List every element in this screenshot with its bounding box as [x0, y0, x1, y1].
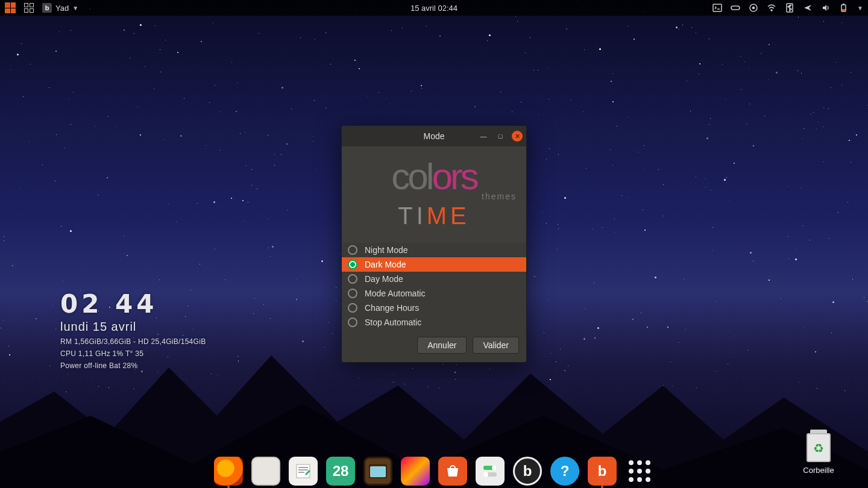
volume-icon[interactable] — [821, 3, 831, 13]
svg-rect-9 — [297, 465, 310, 478]
battery-icon[interactable] — [839, 3, 849, 13]
svg-point-3 — [753, 7, 755, 9]
ok-button[interactable]: Valider — [473, 337, 519, 354]
svg-point-15 — [483, 472, 488, 477]
radio-icon — [348, 289, 357, 298]
conky-date: lundi 15 avril — [60, 320, 206, 334]
dock-software[interactable] — [438, 457, 467, 486]
dock-b-orange[interactable]: b — [588, 457, 617, 486]
mode-option-label: Change Hours — [365, 303, 419, 313]
radio-icon — [348, 318, 357, 327]
svg-point-4 — [771, 10, 772, 11]
mode-option-label: Night Mode — [365, 245, 408, 255]
minimize-button[interactable]: — — [478, 131, 489, 142]
svg-rect-0 — [713, 4, 722, 11]
mode-option-2[interactable]: Day Mode — [342, 272, 526, 286]
dock-tweaks[interactable] — [476, 457, 505, 486]
conky-time: 02 44 — [60, 289, 206, 319]
dock-b-app[interactable]: b — [513, 457, 542, 486]
active-app-name: Yad — [55, 4, 69, 13]
distro-logo-icon[interactable] — [5, 2, 16, 13]
dock-text-editor[interactable] — [289, 457, 318, 486]
mode-option-label: Dark Mode — [365, 260, 406, 269]
mode-option-0[interactable]: Night Mode — [342, 243, 526, 257]
radio-icon — [348, 303, 357, 313]
dock-help[interactable]: ? — [550, 457, 579, 486]
system-menu-chevron-icon[interactable]: ▼ — [857, 5, 863, 11]
dialog-hero: colors themes TIME — [342, 146, 526, 243]
trash-label: Corbeille — [790, 466, 848, 475]
maximize-button[interactable]: □ — [495, 131, 506, 142]
panel-datetime[interactable]: 15 avril 02:44 — [410, 4, 458, 13]
hero-themes: themes — [482, 192, 517, 201]
mode-options-list: Night ModeDark ModeDay ModeMode Automati… — [342, 243, 526, 330]
dock-firefox[interactable] — [214, 457, 243, 486]
close-button[interactable]: ✕ — [512, 131, 523, 142]
mode-dialog: Mode — □ ✕ colors themes TIME Night Mode… — [341, 125, 527, 363]
dock-files[interactable] — [251, 457, 280, 486]
hero-ors: ors — [432, 155, 477, 197]
conky-ram: RM 1,56GiB/3,66GiB - HD 25,4GiB/154GiB — [60, 337, 206, 346]
dock-media[interactable] — [363, 457, 392, 486]
conky-widget: 02 44 lundi 15 avril RM 1,56GiB/3,66GiB … — [60, 289, 206, 370]
dock: 28 b ? b — [206, 453, 662, 488]
hero-ti: TI — [398, 202, 427, 229]
controller-icon[interactable] — [731, 3, 740, 13]
mode-option-label: Mode Automatic — [365, 289, 425, 298]
location-icon[interactable] — [749, 3, 758, 13]
bluetooth-icon[interactable] — [785, 3, 794, 13]
dialog-title: Mode — [423, 131, 444, 141]
dock-wallpaper[interactable] — [401, 457, 430, 486]
conky-power: Power off-line Bat 28% — [60, 361, 206, 370]
svg-point-13 — [492, 466, 497, 471]
mode-option-3[interactable]: Mode Automatic — [342, 286, 526, 301]
airplane-icon[interactable] — [803, 3, 813, 13]
dialog-titlebar[interactable]: Mode — □ ✕ — [342, 126, 526, 146]
radio-icon — [348, 274, 357, 284]
mode-option-label: Day Mode — [365, 274, 403, 284]
svg-rect-8 — [842, 9, 845, 11]
app-b-icon: b — [42, 3, 52, 13]
hero-col: col — [391, 155, 432, 197]
svg-rect-7 — [843, 4, 844, 5]
trash-bin-icon: ♻ — [807, 433, 831, 462]
mode-option-4[interactable]: Change Hours — [342, 301, 526, 315]
mode-option-5[interactable]: Stop Automatic — [342, 315, 526, 330]
active-app-indicator[interactable]: b Yad ▼ — [42, 3, 78, 13]
svg-rect-1 — [731, 6, 740, 10]
trash-desktop-icon[interactable]: ♻ Corbeille — [790, 433, 848, 475]
activities-icon[interactable] — [24, 3, 34, 13]
mode-option-1[interactable]: Dark Mode — [342, 257, 526, 272]
radio-icon — [348, 260, 357, 269]
svg-rect-10 — [370, 466, 386, 477]
calendar-day: 28 — [333, 463, 349, 480]
dock-app-grid[interactable] — [625, 457, 654, 486]
conky-cpu: CPU 1,11 GHz 1% T° 35 — [60, 349, 206, 358]
top-panel: b Yad ▼ 15 avril 02:44 ▼ — [0, 0, 868, 16]
terminal-icon[interactable] — [712, 3, 722, 13]
cancel-button[interactable]: Annuler — [417, 337, 467, 354]
dock-calendar[interactable]: 28 — [326, 457, 355, 486]
radio-icon — [348, 245, 357, 255]
chevron-down-icon: ▼ — [72, 5, 78, 11]
hero-me: ME — [427, 202, 470, 229]
wifi-icon[interactable] — [767, 3, 776, 13]
mode-option-label: Stop Automatic — [365, 318, 421, 327]
